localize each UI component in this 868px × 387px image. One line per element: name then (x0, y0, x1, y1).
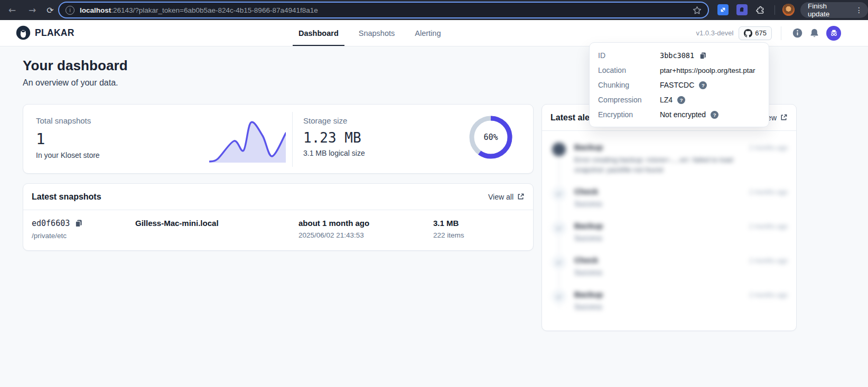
stats-card: Total snapshots 1 In your Kloset store S… (23, 104, 534, 174)
popover-compression-label: Compression (598, 96, 660, 104)
brand-name: PLAKAR (35, 27, 74, 39)
alert-check-icon (552, 187, 566, 201)
page-subtitle: An overview of your data. (23, 78, 128, 88)
browser-toolbar: ← → ⟳ i localhost:26143/?plakar_token=6a… (0, 0, 868, 20)
latest-snapshots-title: Latest snapshots (32, 192, 101, 202)
alert-check-icon (552, 290, 566, 304)
user-avatar[interactable] (826, 26, 841, 41)
snapshot-size: 3.1 MB (433, 219, 525, 228)
popover-location-label: Location (598, 66, 660, 74)
popover-id-label: ID (598, 51, 660, 60)
storage-size-caption: 3.1 MB logical size (303, 149, 365, 157)
browser-menu-icon[interactable]: ⋮ (855, 6, 863, 14)
snapshot-path: /private/etc (32, 232, 135, 240)
extension-ghost-icon[interactable] (736, 4, 748, 15)
snapshot-date: 2025/06/02 21:43:53 (298, 231, 433, 239)
toolbar-divider (774, 5, 775, 15)
encryption-value: Not encrypted (660, 110, 706, 119)
help-icon[interactable]: ? (677, 96, 685, 104)
tab-alerting[interactable]: Alerting (409, 20, 446, 46)
copy-icon[interactable] (74, 219, 83, 228)
notifications-bell-icon[interactable] (809, 28, 819, 38)
alert-item[interactable]: Backup Success 2 months ago (552, 290, 788, 312)
external-link-icon (517, 193, 525, 201)
github-icon (744, 29, 752, 37)
alert-item[interactable]: Check Success 2 months ago (552, 187, 788, 209)
repository-id: 3bbc3081 (660, 51, 694, 60)
latest-snapshots-card: Latest snapshots View all ed0f6603 /priv… (23, 183, 534, 251)
version-label: v1.0.3-devel (696, 29, 733, 37)
latest-alerts-card: Latest alerts View Backup Error creating… (542, 104, 797, 331)
tab-snapshots[interactable]: Snapshots (353, 20, 401, 46)
view-all-link[interactable]: View all (488, 193, 525, 201)
repository-location: ptar+https://poolp.org/test.ptar (660, 67, 755, 74)
total-snapshots-label: Total snapshots (36, 116, 100, 125)
tab-dashboard[interactable]: Dashboard (293, 20, 344, 46)
copy-icon[interactable] (699, 52, 707, 60)
alert-check-icon (552, 221, 566, 235)
reload-icon[interactable]: ⟳ (43, 3, 57, 17)
snapshot-row[interactable]: ed0f6603 /private/etc Gilless-Mac-mini.l… (23, 210, 533, 240)
storage-size-value: 1.23 MB (303, 130, 365, 146)
penguin-logo-icon (16, 25, 31, 40)
alert-item[interactable]: Backup Error creating backup: rclone+...… (552, 143, 788, 175)
alert-item[interactable]: Backup Success 2 months ago (552, 221, 788, 243)
alert-check-icon (552, 256, 566, 269)
external-link-icon (780, 114, 788, 121)
chunking-value: FASTCDC (660, 81, 694, 89)
alert-item[interactable]: Check Success 2 months ago (552, 256, 788, 278)
bookmark-star-icon[interactable] (693, 6, 702, 15)
finish-update-button[interactable]: Finish update ⋮ (800, 2, 868, 18)
snapshots-sparkline-chart (209, 114, 286, 163)
screen: ← → ⟳ i localhost:26143/?plakar_token=6a… (0, 0, 868, 387)
repository-info-popover: ID 3bbc3081 Location ptar+https://poolp.… (589, 42, 769, 127)
extension-arrow-icon[interactable] (717, 4, 729, 15)
alert-error-icon (552, 143, 566, 156)
donut-percent-label: 60% (469, 115, 513, 159)
stats-divider (292, 112, 293, 167)
snapshot-age: about 1 month ago (298, 219, 433, 228)
site-info-icon[interactable]: i (66, 6, 74, 15)
page-title: Your dashboard (23, 58, 128, 74)
popover-chunking-label: Chunking (598, 81, 660, 89)
storage-size-label: Storage size (303, 116, 365, 125)
compression-value: LZ4 (660, 96, 673, 104)
alerts-list: Backup Error creating backup: rclone+...… (542, 131, 796, 331)
help-icon[interactable]: ? (711, 111, 718, 119)
total-snapshots-value: 1 (36, 130, 100, 148)
storage-donut-chart: 60% (469, 115, 513, 159)
address-bar[interactable]: i localhost:26143/?plakar_token=6ab0b5ae… (59, 3, 708, 17)
info-icon[interactable] (792, 28, 802, 38)
url-text: localhost:26143/?plakar_token=6ab0b5ae-8… (80, 6, 318, 14)
popover-encryption-label: Encryption (598, 110, 660, 119)
nav-tabs: Dashboard Snapshots Alerting (293, 20, 446, 46)
browser-profile-avatar[interactable] (782, 4, 795, 16)
plakar-logo[interactable]: PLAKAR (16, 25, 74, 40)
github-stars-badge[interactable]: 675 (739, 26, 772, 40)
snapshot-id[interactable]: ed0f6603 (32, 219, 70, 228)
snapshot-host: Gilless-Mac-mini.local (135, 219, 298, 228)
total-snapshots-caption: In your Kloset store (36, 151, 100, 159)
extensions-puzzle-icon[interactable] (754, 4, 766, 15)
incognito-icon (829, 29, 838, 37)
snapshot-items: 222 items (433, 231, 525, 239)
back-icon[interactable]: ← (5, 3, 19, 17)
header-divider (781, 26, 781, 40)
forward-icon[interactable]: → (25, 3, 39, 17)
help-icon[interactable]: ? (699, 81, 707, 89)
